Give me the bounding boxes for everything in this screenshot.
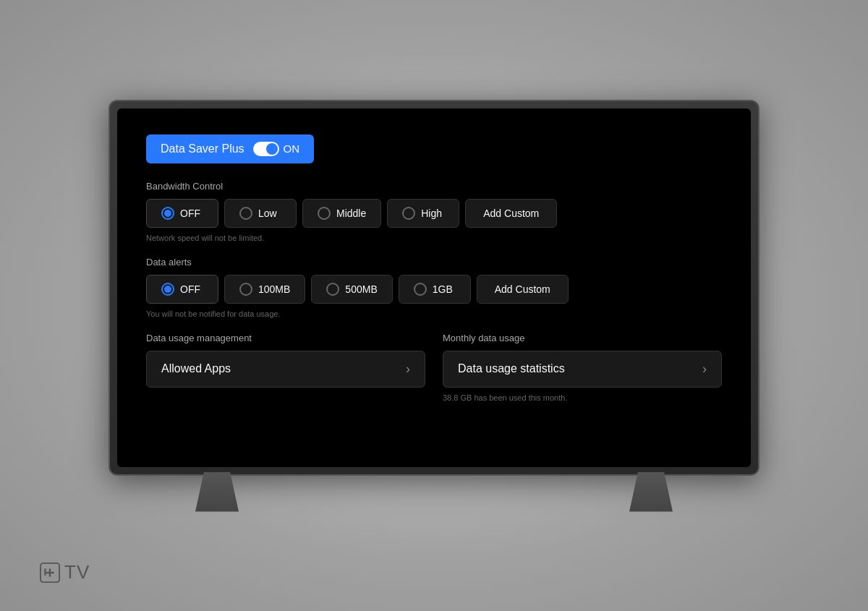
- bandwidth-middle-label: Middle: [336, 208, 366, 219]
- tv-frame: Data Saver Plus ON Bandwidth Control: [109, 100, 760, 512]
- bandwidth-off-label: OFF: [180, 208, 200, 219]
- data-saver-label: Data Saver Plus: [161, 142, 244, 155]
- monthly-data-usage-label: Monthly data usage: [443, 333, 722, 343]
- alerts-500mb-radio: [326, 283, 339, 296]
- bandwidth-low-button[interactable]: Low: [224, 199, 297, 228]
- bandwidth-section-label: Bandwidth Control: [146, 181, 722, 192]
- data-alerts-section: Data alerts OFF 100MB: [146, 257, 722, 318]
- stand-leg-right: [629, 472, 673, 512]
- alerts-off-button[interactable]: OFF: [146, 275, 218, 304]
- bandwidth-off-radio: [161, 207, 174, 220]
- bandwidth-hint: Network speed will not be limited.: [146, 234, 722, 242]
- bandwidth-add-custom-label: Add Custom: [483, 208, 539, 219]
- alerts-500mb-button[interactable]: 500MB: [311, 275, 392, 304]
- monthly-data-usage-col: Monthly data usage Data usage statistics…: [443, 333, 722, 402]
- data-alerts-hint: You will not be notified for data usage.: [146, 309, 722, 318]
- oneplus-tv-logo: TV: [40, 561, 90, 584]
- bandwidth-off-dot: [164, 210, 171, 217]
- bottom-row: Data usage management Allowed Apps › Mon…: [146, 333, 722, 402]
- data-usage-statistics-label: Data usage statistics: [458, 362, 565, 375]
- alerts-add-custom-label: Add Custom: [495, 283, 550, 295]
- data-saver-toggle-button[interactable]: Data Saver Plus ON: [146, 134, 314, 163]
- bandwidth-low-radio: [239, 207, 252, 220]
- allowed-apps-label: Allowed Apps: [161, 362, 231, 375]
- toggle-thumb: [266, 143, 278, 155]
- alerts-100mb-radio: [239, 283, 252, 296]
- alerts-add-custom-button[interactable]: Add Custom: [477, 275, 569, 304]
- alerts-1gb-button[interactable]: 1GB: [399, 275, 471, 304]
- bandwidth-section: Bandwidth Control OFF Low: [146, 181, 722, 242]
- data-alerts-options-row: OFF 100MB 500MB 1GB: [146, 275, 722, 304]
- tv-screen: Data Saver Plus ON Bandwidth Control: [117, 108, 751, 467]
- tv-bezel: Data Saver Plus ON Bandwidth Control: [109, 100, 760, 476]
- bandwidth-low-label: Low: [258, 208, 277, 219]
- monthly-hint: 38.8 GB has been used this month.: [443, 393, 722, 402]
- data-alerts-section-label: Data alerts: [146, 257, 722, 268]
- alerts-100mb-button[interactable]: 100MB: [224, 275, 305, 304]
- data-usage-management-col: Data usage management Allowed Apps ›: [146, 333, 425, 402]
- bandwidth-middle-button[interactable]: Middle: [302, 199, 381, 228]
- alerts-off-label: OFF: [180, 283, 200, 295]
- bandwidth-middle-radio: [318, 207, 331, 220]
- stand-leg-left: [195, 472, 239, 512]
- screen-content: Data Saver Plus ON Bandwidth Control: [146, 134, 722, 441]
- bandwidth-high-button[interactable]: High: [387, 199, 459, 228]
- bandwidth-options-row: OFF Low Middle High: [146, 199, 722, 228]
- alerts-100mb-label: 100MB: [258, 283, 290, 295]
- data-usage-statistics-chevron-icon: ›: [702, 362, 707, 377]
- data-usage-management-label: Data usage management: [146, 333, 425, 343]
- alerts-1gb-radio: [414, 283, 427, 296]
- bandwidth-off-button[interactable]: OFF: [146, 199, 218, 228]
- alerts-500mb-label: 500MB: [345, 283, 377, 295]
- oneplus-icon: [40, 563, 60, 583]
- oneplus-tv-label: TV: [64, 561, 90, 584]
- bandwidth-high-radio: [402, 207, 415, 220]
- toggle-on-label: ON: [284, 142, 300, 155]
- alerts-1gb-label: 1GB: [433, 283, 453, 295]
- alerts-off-dot: [164, 286, 171, 293]
- tv-stand: [109, 472, 760, 512]
- alerts-off-radio: [161, 283, 174, 296]
- toggle-container: ON: [253, 142, 300, 156]
- allowed-apps-chevron-icon: ›: [406, 362, 410, 377]
- data-usage-statistics-nav-item[interactable]: Data usage statistics ›: [443, 351, 722, 388]
- bandwidth-add-custom-button[interactable]: Add Custom: [465, 199, 557, 228]
- toggle-track: [253, 142, 279, 156]
- allowed-apps-nav-item[interactable]: Allowed Apps ›: [146, 351, 425, 388]
- bandwidth-high-label: High: [421, 208, 442, 219]
